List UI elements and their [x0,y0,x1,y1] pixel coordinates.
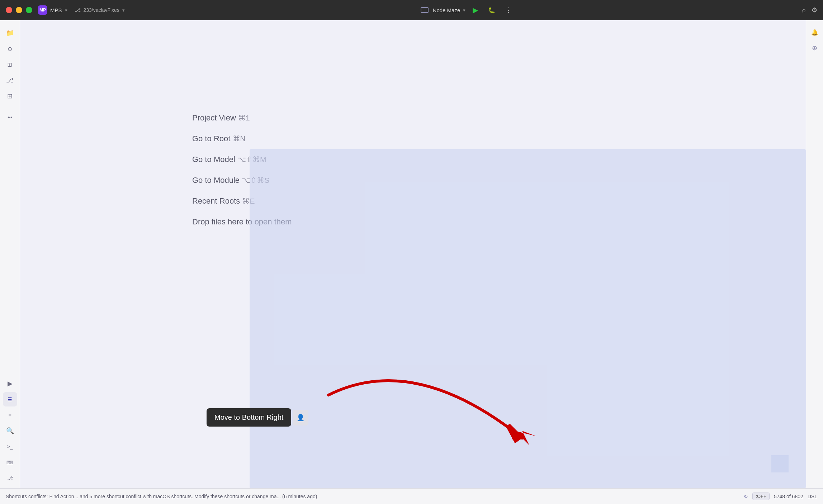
settings-button[interactable]: ⊕ [808,42,821,54]
sidebar-bottom: ▶ ☰ ≡ 🔍 >_ ⌨ ⎇ [3,376,17,488]
branch-chevron: ▾ [122,8,125,13]
sidebar-item-folder[interactable]: 📁 [3,26,17,40]
menu-item-project-view[interactable]: Project View ⌘1 [192,113,292,123]
branch-icon: ⎇ [6,76,14,84]
left-sidebar: 📁 ⊙ ⊟ ⎇ ⊞ ••• ▶ ☰ ≡ 🔍 >_ ⌨ ⎇ [0,20,20,488]
sidebar-item-git[interactable]: ⎇ [3,471,17,485]
editor-empty: Project View ⌘1 Go to Root ⌘N Go to Mode… [20,20,806,488]
menu-item-go-to-root[interactable]: Go to Root ⌘N [192,134,292,143]
main-content: Project View ⌘1 Go to Root ⌘N Go to Mode… [20,20,806,488]
app-label[interactable]: MP MPS ▾ [38,5,67,15]
bottom-right-target [771,455,789,472]
branch-selector[interactable]: ⎇ 233/vaclavFixes ▾ [75,7,125,13]
traffic-lights [6,7,32,13]
notification-button[interactable]: 🔔 [808,26,821,39]
branch-icon: ⎇ [75,7,81,13]
line-counter: 5748 of 6802 [774,494,803,499]
node-maze-label[interactable]: Node Maze ▾ [433,7,466,13]
layout-icon: ⊞ [7,92,13,100]
terminal2-icon: ⌨ [6,460,13,465]
settings-icon[interactable]: ⚙ [812,6,817,14]
debug-button[interactable]: 🐛 [485,5,498,15]
sidebar-item-list[interactable]: ☰ [3,392,17,406]
sidebar-item-commit[interactable]: ⊙ [3,42,17,56]
sync-icon[interactable]: ↻ [744,494,748,499]
git-icon: ⎇ [7,475,13,481]
status-right: ↻ :OFF 5748 of 6802 DSL [744,493,817,500]
bell-icon: 🔔 [811,29,818,36]
status-text: Shortcuts conflicts: Find Action... and … [6,494,739,499]
app-chevron: ▾ [65,8,67,13]
editor-area: Project View ⌘1 Go to Root ⌘N Go to Mode… [20,20,806,488]
minimize-button[interactable] [16,7,22,13]
node-maze-chevron: ▾ [463,8,465,13]
sidebar-item-more[interactable]: ••• [3,110,17,125]
titlebar-center: Node Maze ▾ ▶ 🐛 ⋮ [133,4,802,16]
folder-icon: 📁 [6,29,14,37]
menu-icon: ≡ [8,412,11,418]
list-icon: ☰ [8,396,12,402]
sidebar-item-run[interactable]: ▶ [3,376,17,391]
red-arrow-svg [271,366,558,467]
sidebar-item-search[interactable]: 🔍 [3,424,17,438]
commit-icon: ⊙ [8,46,12,52]
app-icon: MP [38,5,47,15]
maximize-button[interactable] [26,7,32,13]
settings2-icon: ⊕ [812,44,817,52]
sidebar-item-branch[interactable]: ⎇ [3,73,17,87]
sidebar-item-layout[interactable]: ⊞ [3,89,17,103]
more-button[interactable]: ⋮ [502,5,515,15]
search-icon: 🔍 [6,427,14,435]
close-button[interactable] [6,7,12,13]
off-badge[interactable]: :OFF [752,493,770,500]
run-icon: ▶ [8,380,13,387]
sidebar-item-terminal[interactable]: >_ [3,439,17,454]
terminal-icon: >_ [7,444,13,450]
dsl-label: DSL [808,494,817,499]
titlebar-right: ⌕ ⚙ [802,6,817,14]
run-button[interactable]: ▶ [470,4,481,16]
sidebar-item-filter[interactable]: ⊟ [3,57,17,72]
right-sidebar: 🔔 ⊕ [806,20,823,488]
node-maze-icon [421,7,429,13]
titlebar: MP MPS ▾ ⎇ 233/vaclavFixes ▾ Node Maze ▾… [0,0,823,20]
sidebar-item-terminal2[interactable]: ⌨ [3,455,17,470]
filter-icon: ⊟ [6,62,13,67]
red-arrow-container [271,366,558,467]
more-dots-icon: ••• [8,115,12,120]
status-bar: Shortcuts conflicts: Find Action... and … [0,488,823,504]
sidebar-item-menu[interactable]: ≡ [3,408,17,422]
search-icon[interactable]: ⌕ [802,6,806,14]
